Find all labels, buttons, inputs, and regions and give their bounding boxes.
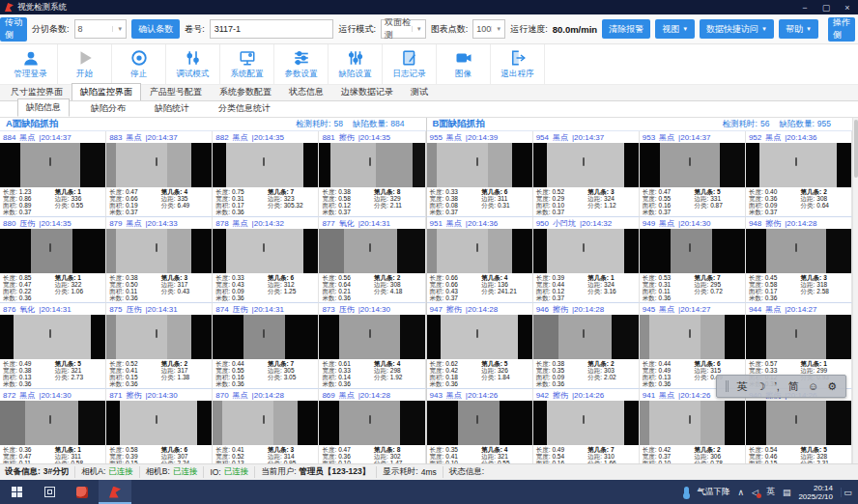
defect-cell[interactable]: 941 黑点 20:14:26 长度:0.42 宽度:0.37 面积:0.10 … <box>640 389 746 463</box>
defect-cell[interactable]: 950 小凹坑 20:14:32 长度:0.39 宽度:0.44 面积:0.12… <box>533 217 640 303</box>
debug-mode-button[interactable]: 调试模式 <box>166 44 220 84</box>
punctuation-toggle[interactable]: ’, <box>774 380 780 392</box>
defect-cell[interactable]: 954 黑点 20:14:37 长度:0.52 宽度:0.29 面积:0.10 … <box>533 131 640 217</box>
param-settings-button[interactable]: 参数设置 <box>274 44 329 84</box>
subtab-class-info-statistics[interactable]: 分类信息统计 <box>211 100 278 117</box>
data-access-menu-button[interactable]: 数据快捷访问▼ <box>700 19 774 39</box>
subtab-defect-info[interactable]: 缺陷信息 <box>17 98 70 117</box>
defect-image[interactable] <box>0 229 105 273</box>
defect-image[interactable] <box>0 143 105 187</box>
maximize-button[interactable]: ▢ <box>815 0 837 14</box>
tab-status-info[interactable]: 状态信息 <box>280 83 332 100</box>
defect-image[interactable] <box>319 401 424 445</box>
defect-cell[interactable]: 875 压伤 20:14:31 长度:0.52 宽度:0.41 面积:0.15 … <box>106 303 213 389</box>
defect-image[interactable] <box>213 143 318 187</box>
close-button[interactable]: × <box>837 0 858 14</box>
defect-image[interactable] <box>533 229 639 273</box>
defect-cell[interactable]: 951 黑点 20:14:36 长度:0.66 宽度:0.66 面积:0.43 … <box>427 217 533 303</box>
admin-login-button[interactable]: 管理登录 <box>4 44 58 84</box>
drag-handle-icon[interactable] <box>726 380 729 392</box>
scrollbar-thumb[interactable] <box>854 120 858 178</box>
defect-cell[interactable]: 869 黑点 20:14:28 长度:0.47 宽度:0.36 面积:0.10 … <box>319 389 425 463</box>
defect-image[interactable] <box>319 143 424 187</box>
emoji-icon[interactable]: ☺ <box>808 380 818 392</box>
defect-cell[interactable]: 880 压伤 20:14:35 长度:0.85 宽度:0.47 面积:0.22 … <box>0 217 106 303</box>
defect-image[interactable] <box>533 143 639 187</box>
task-view-button[interactable] <box>33 480 66 504</box>
defect-image[interactable] <box>427 229 532 273</box>
defect-cell[interactable]: 882 黑点 20:14:35 长度:0.75 宽度:0.31 面积:0.17 … <box>213 131 319 217</box>
defect-image[interactable] <box>106 401 212 445</box>
start-menu-button[interactable] <box>0 480 33 504</box>
defect-cell[interactable]: 876 氧化 20:14:31 长度:0.49 宽度:0.38 面积:0.13 … <box>0 303 106 389</box>
tab-edge-data-record[interactable]: 边缘数据记录 <box>332 83 402 100</box>
defect-cell[interactable]: 870 黑点 20:14:28 长度:0.41 宽度:0.52 面积:0.13 … <box>213 389 319 463</box>
gear-icon[interactable]: ⚙ <box>827 380 837 393</box>
defect-image[interactable] <box>213 401 318 445</box>
slit-count-select[interactable]: 8▼ <box>74 19 128 39</box>
pinned-app-button[interactable] <box>66 480 99 504</box>
defect-image[interactable] <box>319 229 424 273</box>
ime-simplified-toggle[interactable]: 简 <box>788 379 799 394</box>
keyboard-icon[interactable]: ▤ <box>783 488 791 497</box>
tab-system-param-config[interactable]: 系统参数配置 <box>211 83 280 100</box>
weather-text[interactable]: 气温下降 <box>697 487 729 498</box>
view-menu-button[interactable]: 视图▼ <box>655 19 695 39</box>
defect-image[interactable] <box>533 401 639 445</box>
defect-cell[interactable]: 952 黑点 20:14:36 长度:0.40 宽度:0.36 面积:0.09 … <box>746 131 852 217</box>
stop-button[interactable]: 停止 <box>112 44 166 84</box>
defect-cell[interactable]: 878 黑点 20:14:32 长度:0.33 宽度:0.43 面积:0.09 … <box>213 217 319 303</box>
thermometer-icon[interactable] <box>684 487 689 498</box>
moon-icon[interactable]: ☽ <box>757 380 766 393</box>
defect-image[interactable] <box>640 229 745 273</box>
hidden-icons-chevron[interactable]: ∧ <box>737 488 744 497</box>
active-app-button[interactable] <box>99 480 131 504</box>
defect-image[interactable] <box>746 229 851 273</box>
defect-image[interactable] <box>746 143 851 187</box>
defect-image[interactable] <box>106 143 212 187</box>
defect-cell[interactable]: 943 黑点 20:14:26 长度:0.35 宽度:0.41 面积:0.10 … <box>427 389 533 463</box>
defect-cell[interactable]: 942 擦伤 20:14:26 长度:0.49 宽度:0.54 面积:0.16 … <box>533 389 640 463</box>
defect-cell[interactable]: 953 黑点 20:14:37 长度:0.47 宽度:0.55 面积:0.16 … <box>640 131 746 217</box>
defect-cell[interactable]: 881 擦伤 20:14:35 长度:0.38 宽度:0.58 面积:0.12 … <box>319 131 425 217</box>
sound-icon[interactable]: ◁ <box>752 488 758 497</box>
defect-cell[interactable]: 883 黑点 20:14:37 长度:0.47 宽度:0.66 面积:0.19 … <box>106 131 213 217</box>
image-button[interactable]: 图像 <box>437 44 491 84</box>
subtab-defect-distribution[interactable]: 缺陷分布 <box>83 100 133 117</box>
taskbar-clock[interactable]: 20:14 2025/2/10 <box>798 484 833 501</box>
defect-image[interactable] <box>213 229 318 273</box>
defect-image[interactable] <box>106 229 212 273</box>
log-record-button[interactable]: 日志记录 <box>383 44 437 84</box>
tab-test[interactable]: 测试 <box>402 83 437 100</box>
language-indicator[interactable]: 英 <box>766 486 775 498</box>
defect-cell[interactable]: 949 黑点 20:14:30 长度:0.53 宽度:0.31 面积:0.11 … <box>640 217 746 303</box>
defect-cell[interactable]: 874 压伤 20:14:31 长度:0.44 宽度:0.55 面积:0.16 … <box>213 303 319 389</box>
exit-program-button[interactable]: 退出程序 <box>491 44 545 84</box>
drive-side-button[interactable]: 传动侧 <box>0 17 27 42</box>
defect-cell[interactable]: 871 擦伤 20:14:30 长度:0.58 宽度:0.39 面积:0.15 … <box>106 389 213 463</box>
clear-alarm-button[interactable]: 清除报警 <box>602 19 650 39</box>
defect-image[interactable] <box>427 315 532 359</box>
defect-image[interactable] <box>746 401 851 445</box>
defect-image[interactable] <box>213 315 318 359</box>
defect-cell[interactable]: 873 压伤 20:14:30 长度:0.61 宽度:0.33 面积:0.14 … <box>319 303 425 389</box>
defect-cell[interactable]: 872 黑点 20:14:30 长度:0.36 宽度:0.47 面积:0.11 … <box>0 389 106 463</box>
ime-english-toggle[interactable]: 英 <box>737 379 748 394</box>
defect-settings-button[interactable]: 缺陷设置 <box>329 44 383 84</box>
defect-cell[interactable]: 940 擦伤 20:14:26 长度:0.54 宽度:0.46 面积:0.15 … <box>746 389 852 463</box>
notification-center-button[interactable]: ▭ <box>841 488 854 497</box>
subtab-defect-statistics[interactable]: 缺陷统计 <box>147 100 197 117</box>
roll-number-input[interactable] <box>210 19 334 39</box>
vertical-scrollbar[interactable] <box>852 118 858 463</box>
defect-image[interactable] <box>0 401 105 445</box>
defect-image[interactable] <box>746 315 851 359</box>
defect-cell[interactable]: 948 擦伤 20:14:28 长度:0.45 宽度:0.58 面积:0.17 … <box>746 217 852 303</box>
help-menu-button[interactable]: 帮助▼ <box>779 19 818 39</box>
chart-points-select[interactable]: 100▼ <box>472 19 505 39</box>
tab-defect-monitor[interactable]: 缺陷监控界面 <box>72 83 141 100</box>
system-config-button[interactable]: 系统配置 <box>220 44 274 84</box>
defect-image[interactable] <box>106 315 212 359</box>
minimize-button[interactable]: − <box>794 0 815 14</box>
tab-product-model-config[interactable]: 产品型号配置 <box>141 83 211 100</box>
confirm-count-button[interactable]: 确认条数 <box>131 19 180 39</box>
